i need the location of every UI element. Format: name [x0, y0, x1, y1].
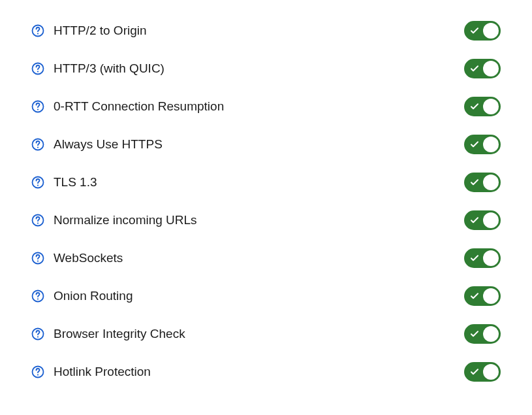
toggle-track	[464, 362, 501, 382]
setting-row-always-https: Always Use HTTPS	[31, 125, 501, 163]
setting-row-zero-rtt: 0-RTT Connection Resumption	[31, 88, 501, 125]
setting-left: Browser Integrity Check	[31, 327, 185, 341]
svg-point-9	[37, 184, 39, 186]
toggle-always-https[interactable]	[464, 135, 501, 154]
help-icon[interactable]	[31, 214, 44, 227]
checkmark-icon	[470, 291, 479, 301]
setting-left: HTTP/2 to Origin	[31, 24, 147, 38]
checkmark-icon	[470, 367, 479, 376]
setting-left: 0-RTT Connection Resumption	[31, 99, 224, 114]
setting-row-http2-to-origin: HTTP/2 to Origin	[31, 12, 501, 50]
toggle-track	[464, 248, 501, 268]
toggle-knob	[483, 99, 499, 114]
toggle-knob	[483, 212, 499, 228]
toggle-onion-routing[interactable]	[464, 286, 501, 306]
checkmark-icon	[470, 140, 479, 149]
help-icon[interactable]	[31, 176, 44, 189]
svg-point-17	[37, 336, 39, 337]
setting-row-browser-integrity: Browser Integrity Check	[31, 315, 501, 353]
checkmark-icon	[470, 102, 479, 111]
setting-left: Onion Routing	[31, 289, 133, 303]
help-icon[interactable]	[31, 62, 44, 75]
toggle-track	[464, 286, 501, 306]
svg-point-1	[37, 33, 39, 34]
checkmark-icon	[470, 329, 479, 339]
setting-row-websockets: WebSockets	[31, 239, 501, 277]
toggle-tls-13[interactable]	[464, 173, 501, 192]
setting-left: Normalize incoming URLs	[31, 213, 197, 227]
setting-label: HTTP/2 to Origin	[54, 24, 147, 38]
toggle-track	[464, 173, 501, 192]
toggle-knob	[483, 288, 499, 304]
setting-row-onion-routing: Onion Routing	[31, 277, 501, 315]
toggle-knob	[483, 326, 499, 342]
toggle-track	[464, 210, 501, 230]
setting-left: WebSockets	[31, 251, 123, 265]
svg-point-3	[37, 71, 39, 72]
setting-label: 0-RTT Connection Resumption	[54, 99, 224, 114]
help-icon[interactable]	[31, 24, 44, 37]
toggle-knob	[483, 364, 499, 380]
toggle-browser-integrity[interactable]	[464, 324, 501, 344]
toggle-knob	[483, 23, 499, 39]
setting-left: Always Use HTTPS	[31, 137, 163, 152]
help-icon[interactable]	[31, 100, 44, 113]
toggle-track	[464, 324, 501, 344]
setting-row-hotlink-protection: Hotlink Protection	[31, 353, 501, 391]
setting-label: Hotlink Protection	[54, 365, 151, 379]
toggle-knob	[483, 174, 499, 190]
checkmark-icon	[470, 178, 479, 187]
svg-point-11	[37, 222, 39, 224]
toggle-knob	[483, 137, 499, 152]
toggle-knob	[483, 250, 499, 266]
svg-point-19	[37, 374, 39, 375]
toggle-track	[464, 59, 501, 78]
checkmark-icon	[470, 216, 479, 225]
checkmark-icon	[470, 254, 479, 263]
toggle-hotlink-protection[interactable]	[464, 362, 501, 382]
toggle-websockets[interactable]	[464, 248, 501, 268]
setting-left: Hotlink Protection	[31, 365, 151, 379]
help-icon[interactable]	[31, 365, 44, 378]
svg-point-5	[37, 108, 39, 110]
setting-label: Always Use HTTPS	[54, 137, 163, 152]
setting-label: TLS 1.3	[54, 175, 97, 190]
svg-point-7	[37, 146, 39, 148]
setting-label: Browser Integrity Check	[54, 327, 185, 341]
checkmark-icon	[470, 26, 479, 35]
setting-row-tls-13: TLS 1.3	[31, 163, 501, 201]
setting-label: Onion Routing	[54, 289, 133, 303]
help-icon[interactable]	[31, 252, 44, 265]
toggle-track	[464, 135, 501, 154]
toggle-knob	[483, 61, 499, 76]
toggle-zero-rtt[interactable]	[464, 97, 501, 116]
toggle-track	[464, 97, 501, 116]
help-icon[interactable]	[31, 290, 44, 303]
svg-point-15	[37, 298, 39, 299]
setting-row-http3-quic: HTTP/3 (with QUIC)	[31, 50, 501, 88]
setting-label: Normalize incoming URLs	[54, 213, 197, 227]
setting-row-normalize-urls: Normalize incoming URLs	[31, 201, 501, 239]
toggle-normalize-urls[interactable]	[464, 210, 501, 230]
setting-left: TLS 1.3	[31, 175, 97, 190]
toggle-track	[464, 21, 501, 41]
svg-point-13	[37, 260, 39, 261]
checkmark-icon	[470, 64, 479, 73]
toggle-http3-quic[interactable]	[464, 59, 501, 78]
help-icon[interactable]	[31, 327, 44, 340]
toggle-http2-to-origin[interactable]	[464, 21, 501, 41]
setting-label: WebSockets	[54, 251, 123, 265]
setting-label: HTTP/3 (with QUIC)	[54, 61, 164, 76]
help-icon[interactable]	[31, 138, 44, 151]
settings-list: HTTP/2 to Origin HTTP/3 (with QUIC)	[31, 12, 501, 391]
setting-left: HTTP/3 (with QUIC)	[31, 61, 164, 76]
